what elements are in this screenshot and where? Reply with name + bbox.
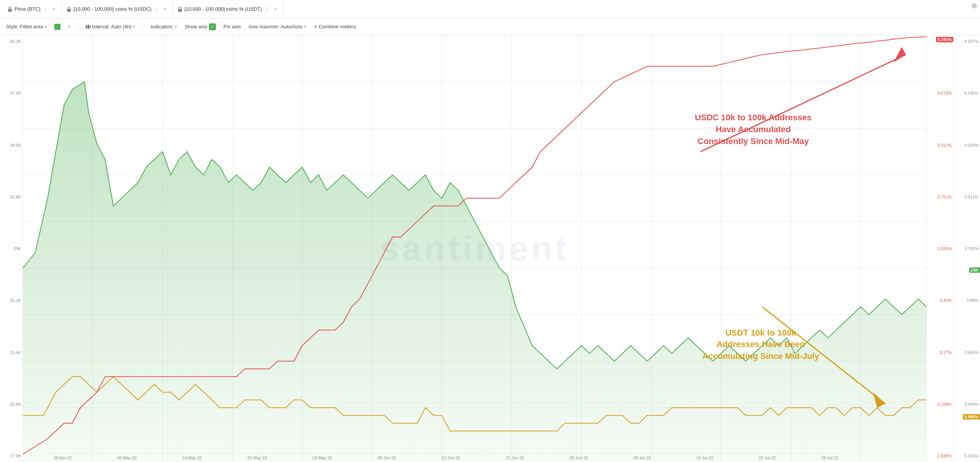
toolbar: Style: Filled area ▾ ▾ Interval: Auto (4… [0, 18, 980, 35]
show-axis-toggle[interactable]: Show axis ✓ [185, 23, 216, 30]
y-r1-val-9: 2.948% [928, 454, 952, 458]
chart-area: 40.2K 37.4K 34.6K 31.8K 29K 26.2K 23.4K … [0, 35, 980, 462]
y-left-val-3: 34.6K [2, 143, 21, 147]
tab-usdt-coins[interactable]: [10,000 - 100,000] coins % (USDT) ⋮ ✕ [173, 0, 283, 18]
y-left-val-5: 29K [2, 246, 21, 251]
x-label-7: 13 Jun 22 [442, 455, 460, 460]
y-left-val-8: 20.6K [2, 402, 21, 406]
svg-rect-1 [67, 9, 71, 12]
y-r2-val-9: 3.334% [955, 454, 978, 458]
y-r2-val-7: 3.565% [955, 350, 978, 355]
y-left-val-2: 37.4K [2, 91, 21, 95]
tab-usdc-label: [10,000 - 100,000] coins % (USDC) [74, 6, 152, 12]
y-r2-val-1: 4.257% [955, 39, 978, 44]
indicators-selector[interactable]: Indicators: ▾ [150, 24, 177, 29]
y-r1-val-3: 3.912% [928, 143, 952, 147]
lock-icon-2 [67, 7, 71, 12]
y-left-val-9: 17.9K [2, 454, 21, 458]
tab-price-btc[interactable]: Price (BTC) ⋮ ✕ [3, 0, 62, 18]
y-r2-val-4: 3.911% [955, 195, 978, 199]
x-label-11: 14 Jul 22 [696, 455, 713, 460]
indicators-chevron: ▾ [175, 25, 177, 29]
x-label-10: 06 Jul 22 [634, 455, 651, 460]
y-r2-val-5: 3.795% [955, 246, 978, 251]
lock-icon [8, 7, 12, 12]
y-r2-val-6: 3.68% [955, 298, 978, 303]
y-axis-right: 4.233% 4.073% 3.912% 3.751% 3.591% 3.43%… [926, 35, 980, 462]
axis-maxmin-label: Axis max/min: Auto/Auto [248, 24, 302, 29]
tab-menu-dots-2[interactable]: ⋮ [154, 6, 160, 12]
x-label-5: 29 May 22 [312, 455, 332, 460]
gold-badge: 3.489% [963, 414, 980, 419]
y-r1-val-6: 3.43% [928, 298, 952, 303]
combine-metrics-label: Combine metrics [318, 24, 356, 29]
x-label-4: 21 May 22 [247, 455, 267, 460]
red-badge: 4.191% [936, 37, 953, 42]
tab-bar: Price (BTC) ⋮ ✕ [10,000 - 100,000] coins… [0, 0, 980, 18]
x-label-13: 29 Jul 22 [821, 455, 838, 460]
x-label-1: 28 Apr 22 [54, 455, 72, 460]
green-badge: 24K [969, 267, 980, 273]
y-r1-val-8: 3.109% [928, 402, 952, 406]
tab-menu-dots[interactable]: ⋮ [43, 6, 49, 12]
x-axis: 28 Apr 22 06 May 22 14 May 22 21 May 22 … [46, 453, 846, 462]
tab-close-btn-3[interactable]: ✕ [272, 6, 278, 12]
svg-marker-24 [893, 47, 906, 62]
divider-2 [142, 23, 143, 31]
interval-chevron: ▾ [133, 25, 135, 29]
chart-main: santiment [23, 35, 926, 462]
lock-icon-3 [178, 7, 182, 12]
tab-price-btc-label: Price (BTC) [15, 6, 41, 12]
tab-usdt-label: [10,000 - 100,000] coins % (USDT) [185, 6, 262, 12]
y-r1-val-2: 4.073% [928, 91, 952, 95]
interval-icon [86, 25, 91, 29]
interval-selector[interactable]: Interval: Auto (4h) ▾ [86, 24, 135, 29]
pin-axis-item[interactable]: Pin axis [224, 24, 241, 29]
y-r1-val-5: 3.591% [928, 246, 952, 251]
indicators-label: Indicators: [150, 24, 173, 29]
svg-rect-2 [178, 9, 182, 12]
x-label-2: 06 May 22 [117, 455, 137, 460]
y-left-val-4: 31.8K [2, 195, 21, 199]
divider-1 [78, 23, 78, 31]
x-label-3: 14 May 22 [182, 455, 202, 460]
color-chevron: ▾ [68, 25, 70, 29]
x-label-9: 29 Jun 22 [570, 455, 588, 460]
tab-usdc-coins[interactable]: [10,000 - 100,000] coins % (USDC) ⋮ ✕ [62, 0, 173, 18]
y-r2-val-3: 4.026% [955, 143, 978, 147]
show-axis-label: Show axis [185, 24, 207, 29]
chart-svg [23, 35, 926, 462]
y-r2-val-8: 3.449% [955, 402, 978, 406]
y-axis-left: 40.2K 37.4K 34.6K 31.8K 29K 26.2K 23.4K … [0, 35, 23, 462]
style-selector[interactable]: Style: Filled area ▾ [6, 24, 47, 29]
x-label-12: 22 Jul 22 [759, 455, 776, 460]
interval-label: Interval: Auto (4h) [92, 24, 132, 29]
tab-close-btn[interactable]: ✕ [51, 6, 57, 12]
y-left-val-6: 26.2K [2, 298, 21, 303]
settings-dot [972, 3, 977, 8]
tab-menu-dots-3[interactable]: ⋮ [264, 6, 270, 12]
style-chevron: ▾ [45, 25, 47, 29]
color-picker-green[interactable] [54, 24, 60, 30]
pin-axis-label: Pin axis [224, 24, 241, 29]
style-label: Style: Filled area [6, 24, 43, 29]
x-label-6: 06 Jun 22 [378, 455, 396, 460]
combine-metrics-btn[interactable]: + Combine metrics [314, 23, 356, 30]
svg-line-23 [701, 55, 906, 152]
y-r2-val-2: 4.142% [955, 91, 978, 95]
y-axis-right-1: 4.233% 4.073% 3.912% 3.751% 3.591% 3.43%… [926, 35, 953, 462]
svg-rect-0 [8, 9, 12, 12]
axis-maxmin-chevron: ▾ [304, 25, 306, 29]
y-left-val-1: 40.2K [2, 39, 21, 44]
show-axis-checkbox[interactable]: ✓ [209, 23, 216, 30]
color-picker-arrow[interactable]: ▾ [68, 25, 70, 29]
y-r1-val-4: 3.751% [928, 195, 952, 199]
plus-icon: + [314, 23, 317, 30]
tab-close-btn-2[interactable]: ✕ [162, 6, 168, 12]
y-axis-right-2: 4.257% 4.142% 4.026% 3.911% 3.795% 3.68%… [953, 35, 980, 462]
y-left-val-7: 23.4K [2, 350, 21, 355]
y-r1-val-7: 3.27% [928, 350, 952, 355]
axis-maxmin-selector[interactable]: Axis max/min: Auto/Auto ▾ [248, 24, 306, 29]
x-label-8: 21 Jun 22 [506, 455, 524, 460]
